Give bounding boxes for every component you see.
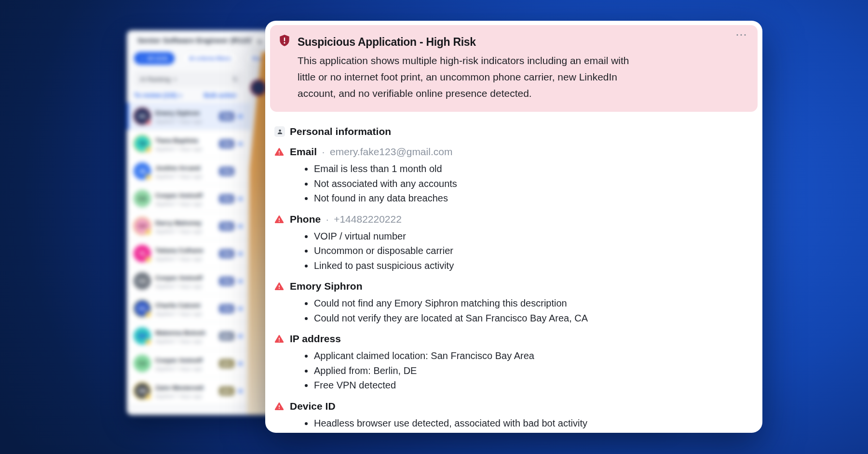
unread-dot bbox=[239, 197, 242, 200]
match-score-badge: 42% bbox=[219, 359, 234, 368]
filter-all-button[interactable]: ✓ All (110) bbox=[134, 52, 175, 65]
finding: Linked to past suspicious activity bbox=[314, 258, 753, 273]
candidate-row[interactable]: CA Cooper Aminoff Applied 7 days ago 75% bbox=[127, 267, 251, 295]
unread-dot bbox=[239, 252, 242, 255]
unread-dot bbox=[239, 362, 242, 365]
finding: Email is less than 1 month old bbox=[314, 161, 753, 176]
ai-ranking-dropdown[interactable]: AI Ranking ▾ ⇅ bbox=[134, 71, 244, 87]
filter-all-label: All (110) bbox=[147, 55, 168, 61]
warning-triangle-icon bbox=[274, 214, 284, 226]
finding: Not associated with any accounts bbox=[314, 176, 753, 191]
candidate-name: Cooper Aminoff bbox=[155, 357, 203, 364]
ai-ranking-label: AI Ranking bbox=[140, 76, 171, 83]
candidate-row[interactable]: MB Makenna Botosh Applied 7 days ago 60% bbox=[127, 322, 251, 350]
more-menu-button[interactable]: ⋯ bbox=[735, 29, 748, 40]
candidate-row[interactable]: CA Cooper Aminoff Applied 7 days ago 42% bbox=[127, 350, 251, 377]
candidate-row[interactable]: CC Charlie Calzoni Applied 7 days ago 72… bbox=[127, 295, 251, 322]
item-value: +14482220222 bbox=[334, 213, 402, 226]
finding: Could not find any Emory Siphron matchin… bbox=[314, 296, 753, 311]
desktop-background: Senior Software Engineer (R123) ▾ St ✓ A… bbox=[0, 0, 868, 454]
risk-item-name: Emory Siphron Could not find any Emory S… bbox=[274, 280, 753, 325]
candidate-row[interactable]: ES Emery Siphron Applied 7 days ago 75% bbox=[127, 103, 251, 130]
shield-alert-icon bbox=[278, 34, 291, 50]
source-badge bbox=[146, 312, 151, 317]
source-badge bbox=[146, 174, 151, 180]
finding: VOIP / virtual number bbox=[314, 229, 753, 244]
sort-icon[interactable]: ⇅ bbox=[232, 76, 238, 83]
avatar: CA bbox=[134, 355, 151, 372]
match-score-badge: 75% bbox=[219, 139, 234, 148]
candidate-list: ES Emery Siphron Applied 7 days ago 75% … bbox=[127, 103, 251, 405]
risk-item-ip: IP address Applicant claimed location: S… bbox=[274, 332, 753, 393]
source-badge bbox=[146, 229, 151, 235]
item-label: Phone bbox=[290, 213, 321, 226]
finding-list: Applicant claimed location: San Francisc… bbox=[274, 348, 753, 393]
avatar-initials: TB bbox=[139, 141, 146, 147]
source-badge bbox=[146, 339, 151, 345]
match-score-badge: 75% bbox=[219, 112, 234, 121]
unread-dot bbox=[239, 225, 242, 228]
unread-dot bbox=[239, 115, 242, 118]
check-icon: ✓ bbox=[140, 56, 144, 61]
candidate-name: Cooper Aminoff bbox=[155, 192, 203, 199]
item-label: Device ID bbox=[290, 400, 336, 413]
unread-dot bbox=[239, 142, 242, 146]
avatar: ES bbox=[134, 107, 151, 125]
avatar-initials: CA bbox=[138, 278, 146, 284]
match-score-badge: 42% bbox=[219, 387, 234, 396]
match-score-badge: 75% bbox=[219, 249, 234, 258]
avatar: TB bbox=[134, 135, 151, 152]
alert-dot bbox=[146, 120, 151, 125]
item-value: emery.fake123@gmail.com bbox=[330, 145, 452, 159]
candidate-name: Charlie Calzoni bbox=[155, 302, 201, 309]
unread-dot bbox=[239, 389, 242, 393]
report-content: Personal information Email · emery.fake1… bbox=[265, 112, 762, 430]
candidate-meta: Applied 7 days ago bbox=[155, 201, 203, 207]
banner-description: This application shows multiple high-ris… bbox=[298, 53, 629, 102]
chevron-down-icon: ▾ bbox=[179, 93, 182, 98]
candidate-meta: Applied 7 days ago bbox=[155, 146, 203, 152]
finding-list: Could not find any Emory Siphron matchin… bbox=[274, 296, 753, 325]
avatar: TC bbox=[134, 245, 151, 262]
filter-ai-criteria-button[interactable]: AI criteria filters bbox=[182, 52, 238, 65]
candidate-row[interactable]: CA Cooper Aminoff Applied 7 days ago 75% bbox=[127, 185, 251, 213]
avatar-initials: ZW bbox=[138, 388, 146, 394]
avatar: MB bbox=[134, 327, 151, 345]
candidate-row[interactable]: TB Tiana Baptista Applied 7 days ago 75% bbox=[127, 130, 251, 158]
item-label: Emory Siphron bbox=[290, 280, 363, 293]
unread-dot bbox=[239, 307, 242, 310]
candidate-name: Tatiana Culhane bbox=[155, 247, 203, 254]
avatar: CA bbox=[134, 190, 151, 207]
match-score-badge: 72% bbox=[219, 304, 234, 313]
candidate-name: Tiana Baptista bbox=[155, 137, 198, 144]
candidate-row[interactable]: JA Justine Arcand Applied 7 days ago 75% bbox=[127, 158, 251, 185]
match-score-badge: 75% bbox=[219, 167, 234, 176]
candidate-row[interactable]: ZW Zaire Westervelt Applied 7 days ago 4… bbox=[127, 377, 251, 405]
candidate-meta: Applied 7 days ago bbox=[155, 338, 205, 344]
avatar-initials: ES bbox=[139, 113, 146, 119]
candidate-name: Justine Arcand bbox=[155, 164, 200, 172]
avatar-initials: CA bbox=[138, 361, 146, 366]
avatar-initials: JA bbox=[139, 168, 146, 174]
candidate-name: Cooper Aminoff bbox=[155, 274, 203, 281]
warning-triangle-icon bbox=[274, 334, 284, 346]
candidate-meta: Applied 7 days ago bbox=[155, 311, 203, 317]
candidate-meta: Applied 7 days ago bbox=[155, 228, 203, 234]
risk-report-card: Suspicious Application - High Risk This … bbox=[265, 21, 762, 433]
match-score-badge: 60% bbox=[219, 332, 234, 341]
person-icon bbox=[274, 126, 285, 137]
item-label: Email bbox=[290, 145, 317, 159]
finding: Could not verify they are located at San… bbox=[314, 311, 753, 326]
job-selector[interactable]: Senior Software Engineer (R123) ▾ bbox=[137, 36, 259, 45]
candidate-row[interactable]: DM Darcy Mahoney Applied 7 days ago 75% bbox=[127, 213, 251, 240]
finding: Applied from: Berlin, DE bbox=[314, 363, 753, 378]
candidate-row[interactable]: TC Tatiana Culhane Applied 7 days ago 75… bbox=[127, 240, 251, 267]
bulk-action-button[interactable]: Bulk action bbox=[204, 92, 236, 99]
profile-avatar bbox=[250, 80, 267, 96]
risk-item-email: Email · emery.fake123@gmail.com Email is… bbox=[274, 145, 753, 206]
candidate-name: Makenna Botosh bbox=[155, 329, 205, 336]
source-badge bbox=[146, 257, 151, 262]
candidate-meta: Applied 7 days ago bbox=[155, 283, 203, 289]
finding: Applicant claimed location: San Francisc… bbox=[314, 348, 753, 363]
to-review-dropdown[interactable]: To review (110) ▾ bbox=[134, 92, 182, 99]
